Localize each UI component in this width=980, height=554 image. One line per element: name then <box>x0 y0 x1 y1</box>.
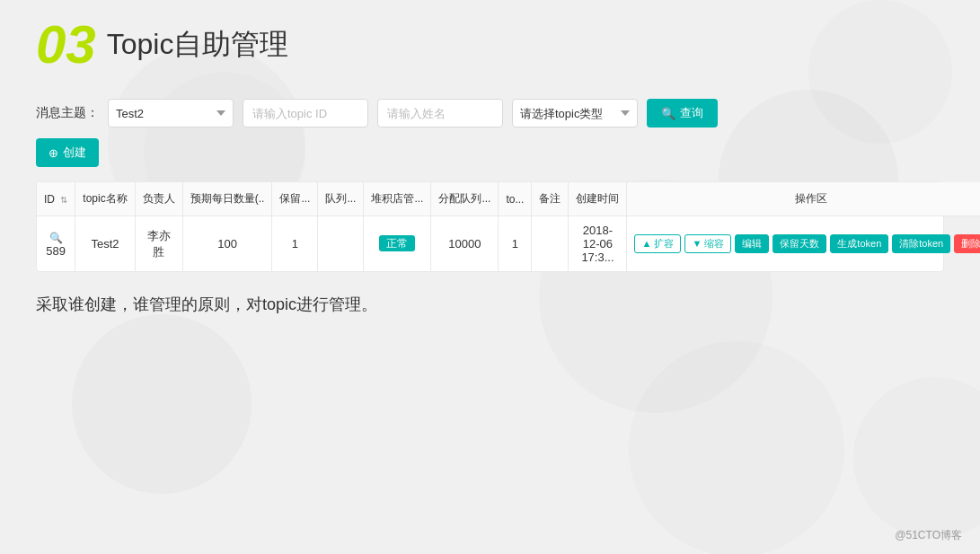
name-input[interactable] <box>377 99 503 128</box>
cell-topic-name: Test2 <box>75 216 135 272</box>
cell-heap: 正常 <box>364 216 431 272</box>
filter-row: 消息主题： Test2 请选择topic类型 🔍 查询 <box>36 99 944 128</box>
col-create-time: 创建时间 <box>569 182 627 216</box>
action-area: ▲ 扩容 ▼ 缩容 编辑 保留天数 生成token 清除token 删除 <box>634 234 980 253</box>
sort-icon: ⇅ <box>60 195 67 205</box>
description-text: 采取谁创建，谁管理的原则，对topic进行管理。 <box>36 294 944 315</box>
cell-daily: 100 <box>182 216 272 272</box>
collapse-button[interactable]: ▼ 缩容 <box>684 234 731 253</box>
col-queue: 队列... <box>318 182 364 216</box>
footer-watermark: @51CTO博客 <box>895 528 962 543</box>
col-remark: 备注 <box>532 182 569 216</box>
cell-create-time: 2018-12-06 17:3... <box>569 216 627 272</box>
col-assign: 分配队列... <box>431 182 499 216</box>
edit-button[interactable]: 编辑 <box>735 234 769 253</box>
create-button-label: 创建 <box>63 145 86 161</box>
protect-button[interactable]: 保留天数 <box>773 234 826 253</box>
plus-icon: ⊕ <box>49 146 58 160</box>
topic-dropdown[interactable]: Test2 <box>108 99 234 128</box>
cell-owner: 李亦胜 <box>135 216 182 272</box>
page-header: 03 Topic自助管理 <box>36 18 944 72</box>
create-button[interactable]: ⊕ 创建 <box>36 138 99 167</box>
cell-id: 🔍 589 <box>37 216 75 272</box>
page-title: Topic自助管理 <box>107 25 289 65</box>
gen-token-button[interactable]: 生成token <box>830 234 888 253</box>
col-reserve: 保留... <box>272 182 318 216</box>
header-number: 03 <box>36 18 96 72</box>
row-search-icon: 🔍 <box>49 232 63 244</box>
clear-token-button[interactable]: 清除token <box>892 234 950 253</box>
topic-id-input[interactable] <box>243 99 368 128</box>
expand-button[interactable]: ▲ 扩容 <box>634 234 681 253</box>
status-badge: 正常 <box>379 235 415 251</box>
search-icon: 🔍 <box>661 107 675 120</box>
search-button-label: 查询 <box>680 105 703 121</box>
cell-remark <box>532 216 569 272</box>
delete-button[interactable]: 删除 <box>954 234 980 253</box>
topic-type-select[interactable]: 请选择topic类型 <box>512 99 638 128</box>
col-action: 操作区 <box>627 182 980 216</box>
col-to: to... <box>499 182 532 216</box>
cell-assign: 10000 <box>431 216 499 272</box>
table-row: 🔍 589 Test2 李亦胜 100 1 正常 10000 1 2018-12… <box>37 216 980 272</box>
col-id: ID ⇅ <box>37 182 75 216</box>
col-owner: 负责人 <box>135 182 182 216</box>
cell-reserve: 1 <box>272 216 318 272</box>
col-topic-name: topic名称 <box>75 182 135 216</box>
table-header-row: ID ⇅ topic名称 负责人 预期每日数量(.. 保留... 队列... 堆… <box>37 182 980 216</box>
data-table-wrapper: ID ⇅ topic名称 负责人 预期每日数量(.. 保留... 队列... 堆… <box>36 181 944 272</box>
col-heap: 堆积店管... <box>364 182 431 216</box>
cell-to: 1 <box>499 216 532 272</box>
col-daily: 预期每日数量(.. <box>182 182 272 216</box>
topic-table: ID ⇅ topic名称 负责人 预期每日数量(.. 保留... 队列... 堆… <box>37 182 980 271</box>
cell-queue <box>318 216 364 272</box>
search-button[interactable]: 🔍 查询 <box>647 99 718 128</box>
cell-actions: ▲ 扩容 ▼ 缩容 编辑 保留天数 生成token 清除token 删除 <box>627 216 980 272</box>
filter-label: 消息主题： <box>36 105 99 121</box>
